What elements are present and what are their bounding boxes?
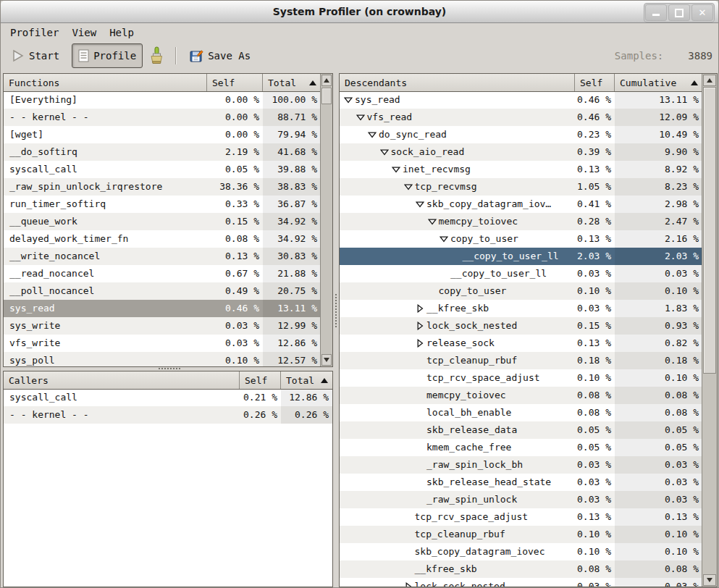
scroll-up-button[interactable] [703,75,716,86]
table-row[interactable]: do_sync_read0.23 %10.49 % [340,126,702,143]
scroll-up-button[interactable] [321,75,332,86]
start-button[interactable]: Start [5,43,66,68]
table-row[interactable]: lock_sock_nested0.15 %0.93 % [340,317,702,335]
cell-cumulative-percent: 12.09 % [615,109,702,126]
expander-spacer [416,491,426,508]
functions-scrollbar[interactable] [320,74,332,366]
menu-help[interactable]: Help [103,25,140,40]
table-row[interactable]: kmem_cache_free0.05 %0.05 % [340,439,702,456]
expander-closed-icon[interactable] [416,300,426,317]
column-header-total[interactable]: Total [281,371,332,389]
table-row[interactable]: lock_sock_nested0.03 %0.03 % [340,578,702,587]
table-row[interactable]: copy_to_user0.13 %2.16 % [340,230,702,248]
expander-open-icon[interactable] [344,91,355,109]
scroll-down-button[interactable] [703,574,716,586]
table-row[interactable]: __kfree_skb0.08 %0.08 % [340,560,702,578]
column-header-self[interactable]: Self [240,371,281,389]
descendants-scrollbar[interactable] [702,74,717,587]
table-row[interactable]: syscall_call0.05 %39.88 % [4,161,321,178]
table-row[interactable]: release_sock0.13 %0.82 % [340,335,702,352]
column-header-self[interactable]: Self [207,74,263,91]
table-row[interactable]: run_timer_softirq0.33 %36.87 % [4,196,321,213]
cell-self-percent: 0.05 % [207,161,263,178]
table-row[interactable]: tcp_cleanup_rbuf0.18 %0.18 % [340,352,702,369]
table-row[interactable]: sock_aio_read0.39 %9.90 % [340,143,702,161]
cell-self-percent: 0.00 % [207,126,263,143]
expander-open-icon[interactable] [368,126,379,143]
minimize-button[interactable] [645,4,667,21]
scroll-down-button[interactable] [321,354,332,366]
table-row[interactable]: memcpy_toiovec0.08 %0.08 % [340,387,702,404]
table-row[interactable]: sys_poll0.10 %12.57 % [4,352,321,366]
table-row[interactable]: _raw_spin_lock_bh0.03 %0.03 % [340,456,702,474]
table-row[interactable]: tcp_rcv_space_adjust0.13 %0.13 % [340,508,702,526]
expander-open-icon[interactable] [428,213,439,230]
table-row[interactable]: tcp_recvmsg1.05 %8.23 % [340,178,702,196]
scroll-thumb[interactable] [321,88,332,104]
table-row[interactable]: memcpy_toiovec0.28 %2.47 % [340,213,702,230]
column-header-descendants[interactable]: Descendants [340,74,575,91]
table-row[interactable]: skb_release_head_state0.03 %0.03 % [340,474,702,491]
table-row[interactable]: delayed_work_timer_fn0.08 %34.92 % [4,230,321,248]
reset-button[interactable] [144,43,169,68]
table-row[interactable]: skb_release_data0.05 %0.05 % [340,421,702,439]
table-row[interactable]: skb_copy_datagram_iov…0.41 %2.98 % [340,196,702,213]
cell-function-name: __read_nocancel [4,265,207,282]
table-row[interactable]: _raw_spin_unlock0.03 %0.03 % [340,491,702,508]
table-row[interactable]: copy_to_user0.10 %0.10 % [340,282,702,300]
expander-open-icon[interactable] [356,109,367,126]
vertical-splitter[interactable] [333,73,339,587]
expander-open-icon[interactable] [392,161,403,178]
table-row[interactable]: syscall_call0.21 %12.86 % [4,389,332,406]
maximize-button[interactable] [668,4,690,21]
expander-closed-icon[interactable] [416,335,426,352]
table-row[interactable]: __read_nocancel0.67 %21.88 % [4,265,321,282]
expander-open-icon[interactable] [440,230,450,248]
column-header-functions[interactable]: Functions [4,74,207,91]
table-row[interactable]: sys_write0.03 %12.99 % [4,317,321,335]
expander-spacer [416,369,426,387]
table-row[interactable]: vfs_write0.03 %12.86 % [4,335,321,352]
column-header-total[interactable]: Total [263,74,321,91]
expander-closed-icon[interactable] [416,317,426,335]
profile-button[interactable]: Profile [72,43,143,68]
column-header-callers[interactable]: Callers [4,371,240,389]
save-as-button[interactable]: Save As [183,43,257,68]
table-row[interactable]: - - kernel - -0.00 %88.71 % [4,109,321,126]
scroll-thumb[interactable] [703,87,716,374]
table-row[interactable]: sys_read0.46 %13.11 % [340,91,702,109]
table-row[interactable]: __do_softirq2.19 %41.68 % [4,143,321,161]
column-header-self[interactable]: Self [575,74,615,91]
expander-open-icon[interactable] [380,143,391,161]
expander-open-icon[interactable] [416,196,426,213]
table-row[interactable]: sys_read0.46 %13.11 % [4,300,321,317]
function-name-label: tcp_recvmsg [415,178,477,196]
table-row[interactable]: vfs_read0.46 %12.09 % [340,109,702,126]
table-row[interactable]: __copy_to_user_ll2.03 %2.03 % [340,248,702,265]
menu-profiler[interactable]: Profiler [4,25,65,40]
table-row[interactable]: __queue_work0.15 %34.92 % [4,213,321,230]
table-row[interactable]: __poll_nocancel0.49 %20.75 % [4,282,321,300]
table-row[interactable]: local_bh_enable0.08 %0.08 % [340,404,702,421]
table-row[interactable]: [wget]0.00 %79.94 % [4,126,321,143]
table-row[interactable]: __write_nocancel0.13 %30.83 % [4,248,321,265]
cell-function-name: __queue_work [4,213,207,230]
cell-descendant-name: copy_to_user [340,230,575,248]
cell-descendant-name: kmem_cache_free [340,439,575,456]
table-row[interactable]: skb_copy_datagram_iovec0.10 %0.10 % [340,543,702,560]
table-row[interactable]: - - kernel - -0.26 %0.26 % [4,406,332,424]
titlebar[interactable]: System Profiler (on crownbay) ✕ [1,1,718,23]
menu-view[interactable]: View [65,25,103,40]
expander-open-icon[interactable] [404,178,415,196]
table-row[interactable]: _raw_spin_unlock_irqrestore38.36 %38.83 … [4,178,321,196]
table-row[interactable]: __copy_to_user_ll0.03 %0.03 % [340,265,702,282]
table-row[interactable]: __kfree_skb0.03 %1.83 % [340,300,702,317]
table-row[interactable]: inet_recvmsg0.13 %8.92 % [340,161,702,178]
table-row[interactable]: tcp_rcv_space_adjust0.10 %0.10 % [340,369,702,387]
table-row[interactable]: [Everything]0.00 %100.00 % [4,91,321,109]
column-header-cumulative[interactable]: Cumulative [615,74,702,91]
expander-closed-icon[interactable] [404,578,415,587]
cell-descendant-name: tcp_rcv_space_adjust [340,369,575,387]
table-row[interactable]: tcp_cleanup_rbuf0.10 %0.10 % [340,526,702,543]
close-button[interactable]: ✕ [691,4,713,21]
